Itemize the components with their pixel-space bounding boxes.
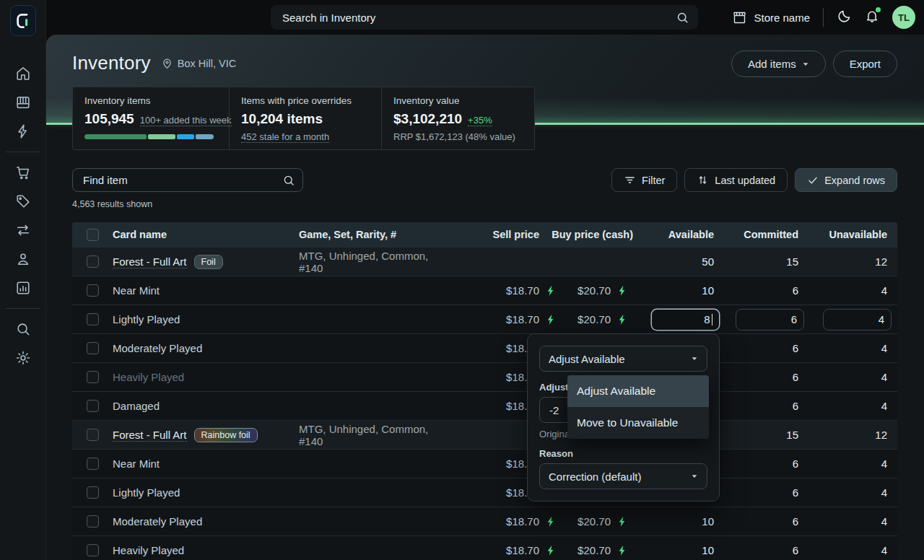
inventory-progress-bar (84, 134, 214, 139)
check-icon (807, 175, 819, 186)
card-name-link[interactable]: Forest - Full Art (113, 255, 187, 268)
available-qty-input[interactable]: 8 (651, 309, 720, 331)
table-row-condition: Moderately Played $18.70 $20.70 10 6 4 (72, 507, 897, 535)
buy-price-cell (563, 248, 635, 276)
stat-value: $3,102,210 (393, 111, 462, 127)
available-cell: 10 (635, 507, 721, 535)
condition-label: Heavily Played (113, 544, 184, 556)
auto-price-bolt-icon (616, 516, 628, 528)
store-switcher-button[interactable]: Store name (732, 10, 810, 25)
expand-rows-toggle[interactable]: Expand rows (795, 168, 897, 192)
sidebar-item-home[interactable] (0, 59, 46, 88)
name-cell: Moderately Played (113, 507, 299, 535)
app-logo[interactable] (10, 5, 36, 36)
value-delta-link[interactable]: +35% (468, 115, 492, 126)
dark-mode-toggle[interactable] (837, 9, 852, 27)
unavailable-cell: 4 (806, 305, 897, 333)
row-checkbox[interactable] (87, 284, 99, 297)
sell-price-cell: $18.70 (437, 536, 563, 560)
export-button[interactable]: Export (833, 51, 897, 77)
sidebar-item-settings[interactable] (0, 344, 46, 372)
row-checkbox[interactable] (87, 400, 99, 412)
table-row-card[interactable]: Forest - Full ArtRainbow foil MTG, Unhin… (72, 420, 897, 449)
table-header: Card name Game, Set, Rarity, # Sell pric… (72, 222, 897, 247)
row-checkbox[interactable] (87, 429, 99, 441)
sort-button[interactable]: Last updated (684, 168, 788, 192)
notifications-button[interactable] (865, 9, 879, 27)
row-checkbox[interactable] (87, 371, 99, 383)
sidebar-item-customers[interactable] (0, 245, 46, 274)
topbar-divider (823, 8, 824, 27)
store-name-label: Store name (754, 12, 810, 24)
unavailable-cell: 4 (806, 478, 897, 507)
column-set: Game, Set, Rarity, # (299, 222, 437, 247)
row-checkbox[interactable] (87, 313, 99, 325)
binders-icon (15, 95, 31, 110)
row-checkbox[interactable] (87, 486, 99, 499)
available-cell: 8 (635, 305, 721, 333)
stale-items-link[interactable]: 452 stale for a month (241, 131, 329, 143)
available-cell: 10 (635, 276, 721, 305)
filter-button[interactable]: Filter (611, 168, 677, 192)
menu-item-adjust-available[interactable]: Adjust Available (567, 375, 709, 407)
set-cell (299, 305, 437, 333)
unavailable-qty-input[interactable]: 4 (823, 309, 892, 331)
committed-cell: 15 (721, 421, 806, 449)
condition-label: Moderately Played (113, 342, 202, 354)
auto-price-bolt-icon (616, 285, 628, 297)
row-checkbox[interactable] (87, 544, 99, 556)
tags-icon (15, 193, 31, 209)
table-row-condition: Moderately Played $18.70 $20.70 10 6 4 (72, 333, 897, 362)
column-committed: Committed (721, 222, 806, 247)
name-cell: Heavily Played (113, 363, 299, 391)
action-select[interactable]: Adjust Available (539, 346, 707, 372)
topbar: Search in Inventory Store name TL (46, 0, 924, 35)
row-checkbox[interactable] (87, 342, 99, 354)
sell-price-cell: $18.70 (437, 507, 563, 535)
search-icon (15, 321, 31, 337)
committed-qty-input[interactable]: 6 (736, 309, 804, 331)
reports-icon (15, 280, 31, 296)
set-cell (299, 392, 437, 420)
add-items-label: Add items (748, 58, 796, 70)
sidebar-item-search[interactable] (0, 315, 46, 344)
table-row-card[interactable]: Forest - Full ArtFoil MTG, Unhinged, Com… (72, 247, 897, 276)
transfers-icon (15, 222, 31, 238)
row-checkbox[interactable] (87, 255, 99, 268)
available-cell: 50 (635, 248, 721, 276)
buy-price-cell: $20.70 (563, 536, 635, 560)
menu-item-move-to-unavailable[interactable]: Move to Unavailable (567, 407, 709, 439)
sidebar-item-transfers[interactable] (0, 216, 46, 245)
filter-lines-icon (624, 174, 636, 186)
column-sell-price: Sell price (437, 222, 563, 247)
reason-select[interactable]: Correction (default) (539, 463, 707, 489)
sidebar-item-cart[interactable] (0, 158, 46, 187)
added-this-week-link[interactable]: 100+ added this week (140, 115, 232, 126)
sidebar-item-binders[interactable] (0, 88, 46, 117)
reason-label: Reason (539, 448, 707, 459)
select-all-checkbox[interactable] (87, 229, 99, 241)
set-cell (299, 363, 437, 391)
row-checkbox[interactable] (87, 458, 99, 470)
name-cell: Moderately Played (113, 334, 299, 362)
sell-price-cell (437, 248, 563, 276)
location-chip[interactable]: Box Hill, VIC (161, 57, 236, 69)
inventory-table: Card name Game, Set, Rarity, # Sell pric… (72, 222, 897, 560)
set-cell: MTG, Unhinged, Common, #140 (299, 248, 437, 276)
user-avatar[interactable]: TL (892, 6, 915, 29)
condition-label: Lightly Played (113, 313, 180, 325)
finish-badge: Foil (194, 255, 223, 269)
sidebar-item-reports[interactable] (0, 274, 46, 302)
find-item-input[interactable]: Find item (72, 168, 303, 192)
card-name-link[interactable]: Forest - Full Art (113, 429, 187, 442)
set-cell (299, 507, 437, 535)
global-search-input[interactable]: Search in Inventory (271, 5, 698, 30)
map-pin-icon (161, 57, 173, 69)
unavailable-cell: 4 (806, 507, 897, 535)
row-checkbox[interactable] (87, 515, 99, 528)
committed-cell: 6 (721, 392, 806, 420)
sidebar-item-quick-actions[interactable] (0, 117, 46, 146)
auto-price-bolt-icon (545, 516, 557, 528)
add-items-button[interactable]: Add items (731, 51, 826, 77)
sidebar-item-tags[interactable] (0, 187, 46, 216)
